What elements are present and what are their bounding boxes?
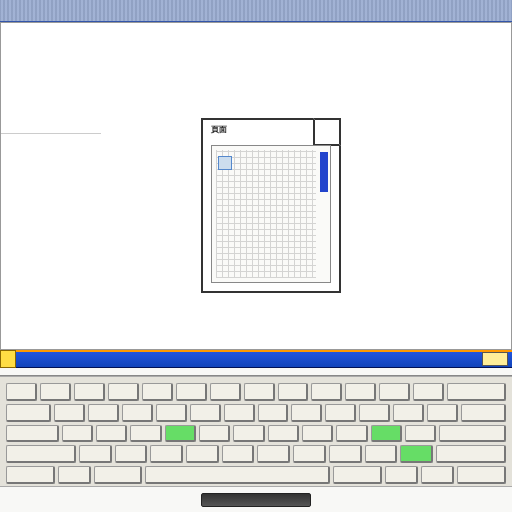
keyboard-row-4 [6,445,506,463]
key-alt-left[interactable] [94,466,143,484]
key[interactable] [6,383,37,401]
key[interactable] [190,404,221,422]
trackpad[interactable] [201,493,311,507]
document-accent-mark [218,156,232,170]
key[interactable] [186,445,219,463]
key[interactable] [74,383,105,401]
key[interactable] [345,383,376,401]
key[interactable] [58,466,91,484]
document-header-label: 頁面 [211,126,301,135]
key[interactable] [302,425,333,443]
key[interactable] [293,445,326,463]
key-backspace[interactable] [447,383,506,401]
key[interactable] [176,383,207,401]
key[interactable] [244,383,275,401]
document-scroll-indicator [320,152,328,192]
hinge-strip [0,368,512,376]
key-alt-right[interactable] [333,466,382,484]
keyboard [0,376,512,486]
keyboard-row-3 [6,425,506,443]
key[interactable] [54,404,85,422]
key[interactable] [291,404,322,422]
key-capslock[interactable] [6,425,59,443]
key[interactable] [222,445,255,463]
document-preview-body [211,145,331,283]
key-ctrl-right[interactable] [457,466,506,484]
key[interactable] [210,383,241,401]
keyboard-row-2 [6,404,506,422]
key-spacebar[interactable] [145,466,330,484]
document-header: 頁面 [203,120,309,141]
keyboard-row-5 [6,466,506,484]
laptop-screen: 頁面 [0,0,512,512]
key[interactable] [461,404,506,422]
key[interactable] [142,383,173,401]
key[interactable] [257,445,290,463]
key[interactable] [379,383,410,401]
key-highlighted[interactable] [165,425,196,443]
key[interactable] [268,425,299,443]
laptop-base [0,486,512,512]
window-titlebar [0,0,512,22]
key[interactable] [233,425,264,443]
key[interactable] [40,383,71,401]
status-bar [0,350,512,368]
keyboard-row-1 [6,383,506,401]
key[interactable] [96,425,127,443]
key-shift-left[interactable] [6,445,76,463]
key[interactable] [88,404,119,422]
key[interactable] [413,383,444,401]
workspace-area[interactable]: 頁面 [0,22,512,350]
status-left-indicator [0,350,16,368]
key[interactable] [258,404,289,422]
document-file-icon[interactable]: 頁面 [201,118,341,293]
key[interactable] [199,425,230,443]
key[interactable] [329,445,362,463]
margin-guide-line [1,133,101,134]
key[interactable] [427,404,458,422]
key[interactable] [421,466,454,484]
key-highlighted[interactable] [371,425,402,443]
key[interactable] [311,383,342,401]
key[interactable] [62,425,93,443]
key[interactable] [122,404,153,422]
key[interactable] [385,466,418,484]
key-shift-right[interactable] [436,445,506,463]
key-tab[interactable] [6,404,51,422]
key[interactable] [393,404,424,422]
key[interactable] [156,404,187,422]
key[interactable] [336,425,367,443]
key-ctrl-left[interactable] [6,466,55,484]
key[interactable] [130,425,161,443]
key[interactable] [224,404,255,422]
key[interactable] [278,383,309,401]
key[interactable] [79,445,112,463]
key[interactable] [405,425,436,443]
key[interactable] [150,445,183,463]
key-enter[interactable] [439,425,506,443]
key[interactable] [115,445,148,463]
page-fold-corner-icon [313,118,341,146]
key-highlighted[interactable] [400,445,433,463]
status-right-indicator [482,352,508,366]
key[interactable] [359,404,390,422]
key[interactable] [365,445,398,463]
key[interactable] [325,404,356,422]
key[interactable] [108,383,139,401]
